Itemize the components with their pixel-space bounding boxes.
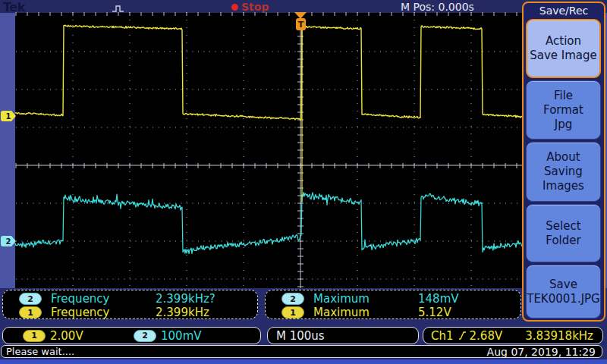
- trigger-readout-box: Ch1 2.68V 3.83918kHz: [423, 327, 603, 344]
- vertical-scale-box: 1 2.00V 2 100mV: [2, 327, 261, 344]
- ch1-badge: 1: [281, 306, 304, 318]
- acquisition-status-label: Stop: [241, 1, 269, 13]
- ch2-badge: 2: [19, 293, 42, 305]
- timebase-box: M 100us: [267, 327, 419, 344]
- softkey-menu-panel: Save/Rec Action Save Image File Format J…: [522, 2, 605, 322]
- measurement-box-frequency: 2 Frequency 2.399kHz? 1 Frequency 2.399k…: [2, 290, 258, 319]
- trigger-source: Ch1: [431, 329, 454, 343]
- measurement-value: 2.399kHz?: [156, 292, 215, 306]
- measurement-name: Maximum: [313, 292, 418, 306]
- measurement-row: 2 Maximum 148mV: [266, 292, 521, 306]
- bottom-accent-strip: [0, 359, 607, 364]
- ch1-badge: 1: [19, 306, 42, 318]
- ch2-badge: 2: [134, 330, 156, 342]
- stop-record-dot-icon: [231, 4, 238, 11]
- ch1-volts-per-div: 2.00V: [50, 329, 83, 343]
- ch1-badge: 1: [23, 330, 46, 342]
- measurement-value: 148mV: [418, 292, 459, 306]
- measurement-row: 1 Maximum 5.12V: [266, 306, 521, 319]
- status-bar: Please wait.... Aug 07, 2019, 11:29: [1, 345, 602, 358]
- horizontal-position-readout: M Pos: 0.000s: [401, 1, 474, 13]
- menu-button-about-saving-images[interactable]: About Saving Images: [526, 142, 601, 202]
- ch2-volts-per-div: 100mV: [161, 329, 202, 343]
- ch2-badge: 2: [281, 293, 304, 305]
- trigger-frequency-counter: 3.83918kHz: [525, 329, 593, 343]
- timebase-readout: M 100us: [276, 329, 325, 343]
- top-status-bar: Tek Stop M Pos: 0.000s: [0, 0, 607, 13]
- menu-button-select-folder[interactable]: Select Folder: [526, 204, 601, 262]
- menu-button-save-file[interactable]: Save TEK0001.JPG: [526, 265, 601, 318]
- measurement-value: 5.12V: [418, 306, 451, 319]
- measurement-box-maximum: 2 Maximum 148mV 1 Maximum 5.12V: [265, 290, 521, 319]
- measurement-value: 2.399kHz: [156, 306, 209, 319]
- menu-title: Save/Rec: [524, 5, 604, 17]
- menu-button-action-save-image[interactable]: Action Save Image: [526, 19, 601, 78]
- trigger-level: 2.68V: [470, 329, 503, 343]
- ch1-ground-marker: 1: [1, 111, 16, 121]
- rising-edge-icon: [458, 330, 467, 344]
- measurement-name: Frequency: [51, 292, 156, 306]
- datetime-readout: Aug 07, 2019, 11:29: [487, 346, 596, 358]
- graticule-area: [15, 13, 522, 288]
- status-message: Please wait....: [6, 346, 74, 357]
- ch2-ground-marker: 2: [1, 236, 16, 246]
- measurement-name: Maximum: [313, 306, 418, 319]
- menu-button-file-format[interactable]: File Format Jpg: [526, 80, 601, 140]
- acquisition-status: Stop: [231, 1, 269, 13]
- measurement-row: 2 Frequency 2.399kHz?: [3, 292, 257, 306]
- trigger-position-flag: T: [296, 18, 306, 30]
- measurement-name: Frequency: [51, 306, 156, 319]
- measurement-row: 1 Frequency 2.399kHz: [3, 306, 257, 319]
